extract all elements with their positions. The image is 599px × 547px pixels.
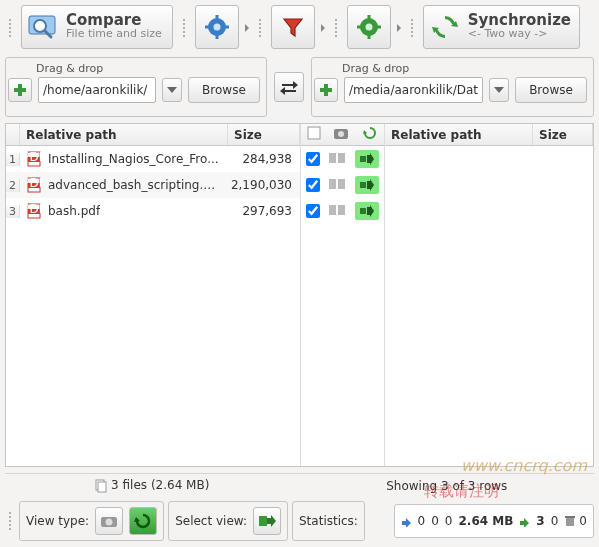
- svg-text:PDF: PDF: [26, 151, 42, 164]
- browse-left-button[interactable]: Browse: [188, 77, 260, 103]
- toolbar-grip2[interactable]: [179, 5, 189, 51]
- toolbar-grip3[interactable]: [255, 5, 265, 51]
- right-file-grid: Relative path Size: [385, 124, 593, 466]
- file-name: bash.pdf: [48, 204, 100, 218]
- row-checkbox[interactable]: [306, 152, 320, 166]
- svg-rect-31: [329, 153, 336, 163]
- category-icon: [329, 177, 345, 194]
- add-path-left-button[interactable]: [8, 78, 32, 102]
- toolbar-grip4[interactable]: [331, 5, 341, 51]
- file-size: 284,938: [228, 152, 300, 166]
- copy-right-action[interactable]: [355, 150, 379, 168]
- sync-subtitle: <- Two way ->: [468, 27, 571, 41]
- col-relative-path[interactable]: Relative path: [20, 124, 228, 145]
- filter-button[interactable]: [271, 5, 315, 49]
- right-path-panel: Drag & drop /media/aaronkilik/Dat Browse: [311, 57, 594, 117]
- action-header-icon: [362, 126, 378, 143]
- select-view-button[interactable]: [253, 507, 281, 535]
- dropdown-indicator-2[interactable]: [321, 5, 325, 51]
- compare-subtitle: File time and size: [66, 27, 162, 41]
- settings-button[interactable]: [195, 5, 239, 49]
- plus-arrow-icon: [257, 512, 277, 530]
- svg-rect-38: [338, 205, 345, 215]
- svg-rect-13: [357, 26, 362, 29]
- col-size[interactable]: Size: [228, 124, 300, 145]
- left-path-panel: Drag & drop /home/aaronkilik/ Browse: [5, 57, 267, 117]
- copy-right-action[interactable]: [355, 202, 379, 220]
- svg-rect-39: [360, 208, 366, 214]
- drag-drop-label-right: Drag & drop: [314, 62, 587, 75]
- statistics-box: 0 0 0 2.64 MB 3 0 0: [394, 504, 594, 538]
- select-view-label: Select view:: [175, 514, 247, 528]
- compare-button[interactable]: Compare File time and size: [21, 5, 173, 49]
- plus-green-icon: [319, 83, 333, 97]
- toolbar-grip5[interactable]: [407, 5, 417, 51]
- browse-right-button[interactable]: Browse: [515, 77, 587, 103]
- svg-rect-32: [338, 153, 345, 163]
- view-type-label: View type:: [26, 514, 89, 528]
- svg-rect-34: [329, 179, 336, 189]
- refresh-icon: [134, 513, 152, 529]
- sync-settings-button[interactable]: [347, 5, 391, 49]
- stat-icon: [401, 515, 415, 527]
- right-path-dropdown[interactable]: [489, 78, 509, 102]
- stat-copy-icon: [519, 515, 533, 527]
- row-checkbox[interactable]: [306, 178, 320, 192]
- left-path-dropdown[interactable]: [162, 78, 182, 102]
- files-icon: [95, 479, 107, 493]
- add-path-right-button[interactable]: [314, 78, 338, 102]
- status-rows: Showing 3 of 3 rows: [300, 479, 595, 493]
- dropdown-indicator[interactable]: [245, 5, 249, 51]
- action-row: [301, 172, 384, 198]
- view-category-button[interactable]: [95, 507, 123, 535]
- svg-point-10: [365, 24, 372, 31]
- svg-rect-11: [367, 15, 370, 20]
- left-path-input[interactable]: /home/aaronkilik/: [38, 77, 156, 103]
- status-files: 3 files (2.64 MB): [111, 478, 209, 492]
- gear-icon: [205, 15, 229, 39]
- copy-right-action[interactable]: [355, 176, 379, 194]
- swap-paths-button[interactable]: [274, 72, 304, 102]
- action-row: [301, 198, 384, 224]
- svg-rect-12: [367, 34, 370, 39]
- table-row[interactable]: 3PDFbash.pdf297,693: [6, 198, 300, 224]
- col-size-right[interactable]: Size: [533, 124, 593, 145]
- svg-point-43: [106, 519, 113, 526]
- checkbox-header-icon: [307, 126, 321, 143]
- col-relative-path-right[interactable]: Relative path: [385, 124, 533, 145]
- svg-rect-18: [320, 88, 332, 92]
- synchronize-button[interactable]: Synchronize <- Two way ->: [423, 5, 580, 49]
- bottom-grip[interactable]: [5, 512, 15, 530]
- svg-text:PDF: PDF: [26, 203, 42, 216]
- toolbar-grip[interactable]: [5, 5, 15, 51]
- svg-rect-28: [308, 127, 320, 139]
- row-checkbox[interactable]: [306, 204, 320, 218]
- sync-title: Synchronize: [468, 13, 571, 27]
- chevron-down-icon: [167, 87, 177, 93]
- action-column: [301, 124, 385, 466]
- statistics-label: Statistics:: [299, 514, 358, 528]
- svg-rect-6: [215, 34, 218, 39]
- action-row: [301, 146, 384, 172]
- svg-rect-35: [338, 179, 345, 189]
- row-number: 1: [6, 153, 20, 166]
- table-row[interactable]: 1PDFInstalling_Nagios_Core_Fro...284,938: [6, 146, 300, 172]
- view-action-button[interactable]: [129, 507, 157, 535]
- svg-rect-41: [98, 482, 106, 492]
- file-size: 2,190,030: [228, 178, 300, 192]
- right-path-input[interactable]: /media/aaronkilik/Dat: [344, 77, 483, 103]
- gear-green-icon: [357, 15, 381, 39]
- svg-rect-16: [14, 88, 26, 92]
- row-number: 2: [6, 179, 20, 192]
- table-row[interactable]: 2PDFadvanced_bash_scripting.pdf2,190,030: [6, 172, 300, 198]
- svg-rect-8: [224, 26, 229, 29]
- svg-text:PDF: PDF: [26, 177, 42, 190]
- chevron-down-icon: [494, 87, 504, 93]
- svg-rect-44: [259, 516, 267, 526]
- svg-rect-33: [360, 156, 366, 162]
- file-name: Installing_Nagios_Core_Fro...: [48, 152, 219, 166]
- dropdown-indicator-3[interactable]: [397, 5, 401, 51]
- pdf-icon: PDF: [26, 151, 42, 167]
- file-size: 297,693: [228, 204, 300, 218]
- file-name: advanced_bash_scripting.pdf: [48, 178, 222, 192]
